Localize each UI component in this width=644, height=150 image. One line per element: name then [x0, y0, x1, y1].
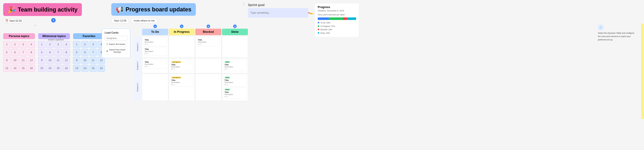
persona-cell-12[interactable]: 12 — [28, 57, 35, 64]
a3-inprogress-cell[interactable]: inprogress Title Description At: 0 — [169, 74, 195, 101]
todo-dot — [318, 22, 319, 23]
whimsical-cell-3[interactable]: 3 — [54, 41, 62, 48]
persona-cell-10[interactable]: 10 — [12, 57, 19, 64]
whimsical-cell-2[interactable]: 2 — [46, 41, 54, 48]
sticky-right-strip — [641, 24, 644, 119]
a3-done-card-2[interactable]: done Title Description At: 0 — [224, 87, 247, 99]
favorites-cell-7[interactable]: 7 — [90, 49, 97, 56]
progress-deadline: Deadline: December 6, 2024 — [318, 9, 356, 12]
persona-cell-7[interactable]: 7 — [20, 49, 27, 56]
favorites-cell-9[interactable]: 9 — [73, 57, 80, 64]
a1-todo-card-1[interactable]: Title Description At: 0 — [144, 38, 167, 46]
assignee1-row: Assignee 1 Title Description At: 0 Title… — [134, 36, 248, 58]
a2-done-card-1[interactable]: done Title Description At: 0 — [224, 60, 247, 71]
favorites-cell-5[interactable]: 5 — [73, 49, 80, 56]
a3-inprogress-card-1[interactable]: inprogress Title Description At: 0 — [170, 75, 194, 87]
assignees-input[interactable] — [104, 36, 128, 41]
progress-panel: Progress Deadline: December 6, 2024 Stor… — [315, 3, 359, 37]
a1-todo-card-2[interactable]: Title Description At: 0 — [144, 47, 167, 56]
blocked-dot — [318, 29, 319, 30]
a2-done-cell[interactable]: done Title Description At: 0 — [222, 58, 248, 73]
favorites-cell-2[interactable]: 2 — [81, 41, 89, 48]
a2-inprogress-cell[interactable]: inprogress Title Description At: 0 — [169, 58, 195, 73]
config-panel: ↑ Select the Dynamic Table and configure… — [598, 25, 634, 41]
persona-cell-14[interactable]: 14 — [12, 65, 19, 72]
a1-blocked-card-1[interactable]: Title Description At: 0 — [197, 38, 220, 46]
a3-todo-cell[interactable] — [142, 74, 168, 101]
invite-button[interactable]: Invite others to me — [131, 18, 157, 23]
persona-cell-6[interactable]: 6 — [12, 49, 19, 56]
favorites-cell-6[interactable]: 6 — [81, 49, 89, 56]
team-building-title: Team building activity — [18, 6, 78, 13]
persona-cell-9[interactable]: 9 — [3, 57, 10, 64]
persona-cell-1[interactable]: 1 — [3, 41, 10, 48]
persona-cell-11[interactable]: 11 — [20, 57, 27, 64]
whimsical-cell-8[interactable]: 8 — [63, 49, 70, 56]
whimsical-cell-6[interactable]: 6 — [46, 49, 54, 56]
done-badge: 8 — [233, 25, 237, 28]
sprint-goal-input[interactable] — [248, 8, 308, 18]
persona-cell-2[interactable]: 2 — [12, 41, 19, 48]
progress-board-title: Progress board updates — [126, 6, 191, 13]
import-azure-button[interactable]: ◈ Import from Azure DevOps — [104, 47, 128, 54]
whimsical-cell-11[interactable]: 11 — [54, 57, 62, 64]
azure-icon: ◈ — [106, 50, 108, 52]
a3-done-cell[interactable]: done Title Description At: 0 done Title … — [222, 74, 248, 101]
favorites-cell-10[interactable]: 10 — [81, 57, 89, 64]
a1-blocked-cell[interactable]: Title Description At: 0 — [195, 36, 222, 58]
todo-badge: 2 — [153, 25, 157, 28]
favorites-grid: 1 2 3 4 5 6 7 8 9 10 11 12 13 14 15 16 — [73, 41, 105, 72]
whimsical-cell-5[interactable]: 5 — [38, 49, 46, 56]
persona-cell-15[interactable]: 15 — [20, 65, 27, 72]
jira-icon: ⬡ — [106, 43, 108, 45]
whimsical-cell-12[interactable]: 12 — [63, 57, 70, 64]
assignee2-row: Assignee 2 Title Description At: 0 inpro… — [134, 58, 248, 73]
favorites-cell-1[interactable]: 1 — [73, 41, 80, 48]
a1-done-cell[interactable] — [222, 36, 248, 58]
done-bar-segment — [347, 17, 356, 20]
persona-cell-4[interactable]: 4 — [28, 41, 35, 48]
whimsical-cell-16[interactable]: 16 — [63, 65, 70, 72]
persona-cell-13[interactable]: 13 — [3, 65, 10, 72]
done-dot — [318, 32, 319, 34]
a2-todo-card-1[interactable]: Title Description At: 0 — [144, 60, 167, 69]
a3-blocked-cell[interactable] — [195, 74, 222, 101]
persona-cell-5[interactable]: 5 — [3, 49, 10, 56]
favorites-cell-16[interactable]: 16 — [98, 65, 105, 72]
timer-badge[interactable]: ⏰ Start 02:05 — [3, 18, 24, 23]
team-building-title-card: 🎉 Team building activity — [3, 3, 82, 16]
whimsical-cell-7[interactable]: 7 — [54, 49, 62, 56]
whimsical-topics-grid: 1 2 3 4 5 6 7 8 9 10 11 12 13 14 15 16 — [38, 41, 70, 72]
team-building-section: 🎉 Team building activity ⏰ Start 02:05 D… — [3, 3, 95, 27]
whimsical-cell-9[interactable]: 9 — [38, 57, 46, 64]
config-arrow-icon[interactable]: ↑ — [598, 25, 604, 30]
a1-inprogress-cell[interactable] — [169, 36, 195, 58]
whimsical-cell-4[interactable]: 4 — [63, 41, 70, 48]
import-jira-button[interactable]: ⬡ Import Jira Issues — [104, 42, 128, 46]
blue-circle-button[interactable]: + — [51, 18, 56, 22]
assignee3-label: Assignee 3 — [134, 74, 142, 101]
assignee1-label: Assignee 1 — [134, 36, 142, 58]
a2-blocked-cell[interactable] — [195, 58, 222, 73]
a1-todo-cell[interactable]: Title Description At: 0 Title Descriptio… — [142, 36, 168, 58]
clock-icon: ⏰ — [5, 19, 8, 22]
whimsical-cell-15[interactable]: 15 — [54, 65, 62, 72]
persona-cell-8[interactable]: 8 — [28, 49, 35, 56]
whimsical-cell-13[interactable]: 13 — [38, 65, 46, 72]
favorites-cell-11[interactable]: 11 — [90, 57, 97, 64]
favorites-cell-14[interactable]: 14 — [81, 65, 89, 72]
a2-inprogress-card-1[interactable]: inprogress Title Description At: 0 — [170, 60, 194, 71]
a3-done-card-1[interactable]: done Title Description At: 0 — [224, 75, 247, 87]
a2-todo-cell[interactable]: Title Description At: 0 — [142, 58, 168, 73]
favorites-cell-15[interactable]: 15 — [90, 65, 97, 72]
whimsical-cell-10[interactable]: 10 — [46, 57, 54, 64]
whimsical-cell-1[interactable]: 1 — [38, 41, 46, 48]
persona-cell-3[interactable]: 3 — [20, 41, 27, 48]
favorites-cell-13[interactable]: 13 — [73, 65, 80, 72]
blocked-header: Blocked — [195, 29, 222, 35]
legend-done: Done: 24% — [318, 32, 356, 35]
favorites-cell-3[interactable]: 3 — [90, 41, 97, 48]
start-button[interactable]: Start 12:00 — [111, 18, 129, 23]
persona-cell-16[interactable]: 16 — [28, 65, 35, 72]
whimsical-cell-14[interactable]: 14 — [46, 65, 54, 72]
